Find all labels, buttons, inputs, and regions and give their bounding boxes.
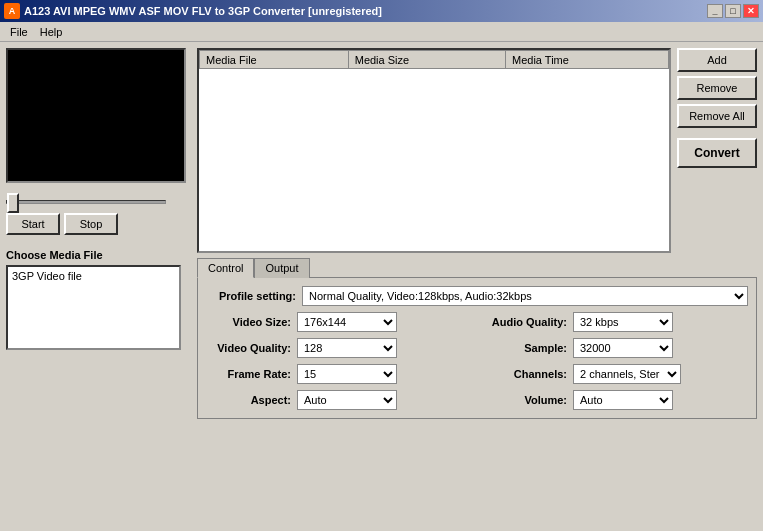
choose-media-label: Choose Media File [6,249,191,261]
bottom-section: Control Output Profile setting: Normal Q… [197,257,757,525]
tab-content: Profile setting: Normal Quality, Video:1… [197,277,757,419]
aspect-row: Aspect: Auto 4:3 16:9 [206,390,472,410]
sample-label: Sample: [482,342,567,354]
settings-grid: Video Size: 176x144 352x288 320x240 Audi… [206,312,748,410]
frame-rate-select[interactable]: 15 24 25 30 [297,364,397,384]
file-table: Media File Media Size Media Time [199,50,669,69]
remove-button[interactable]: Remove [677,76,757,100]
menu-help[interactable]: Help [34,24,69,40]
sample-row: Sample: 32000 44100 48000 [482,338,748,358]
minimize-button[interactable]: _ [707,4,723,18]
channels-label: Channels: [482,368,567,380]
left-panel: Start Stop Choose Media File 3GP Video f… [6,48,191,525]
video-quality-select[interactable]: 128 256 512 [297,338,397,358]
start-button[interactable]: Start [6,213,60,235]
progress-thumb[interactable] [7,193,19,213]
audio-quality-row: Audio Quality: 32 kbps 64 kbps 128 kbps [482,312,748,332]
add-button[interactable]: Add [677,48,757,72]
aspect-label: Aspect: [206,394,291,406]
frame-rate-label: Frame Rate: [206,368,291,380]
volume-select[interactable]: Auto 50% 100% 200% [573,390,673,410]
profile-row: Profile setting: Normal Quality, Video:1… [206,286,748,306]
video-size-label: Video Size: [206,316,291,328]
profile-select[interactable]: Normal Quality, Video:128kbps, Audio:32k… [302,286,748,306]
channels-row: Channels: 1 channel, Mono 2 channels, St… [482,364,748,384]
title-bar-text: A123 AVI MPEG WMV ASF MOV FLV to 3GP Con… [24,5,707,17]
media-list[interactable]: 3GP Video file [6,265,181,350]
video-size-select[interactable]: 176x144 352x288 320x240 [297,312,397,332]
convert-button[interactable]: Convert [677,138,757,168]
main-content: Start Stop Choose Media File 3GP Video f… [0,42,763,531]
action-buttons: Add Remove Remove All Convert [677,48,757,253]
maximize-button[interactable]: □ [725,4,741,18]
title-bar-controls: _ □ ✕ [707,4,759,18]
sample-select[interactable]: 32000 44100 48000 [573,338,673,358]
col-media-size: Media Size [348,51,505,69]
audio-quality-label: Audio Quality: [482,316,567,328]
col-media-time: Media Time [506,51,669,69]
col-media-file: Media File [200,51,349,69]
menu-file[interactable]: File [4,24,34,40]
channels-select[interactable]: 1 channel, Mono 2 channels, Ster [573,364,681,384]
progress-slider-container [6,195,166,199]
volume-row: Volume: Auto 50% 100% 200% [482,390,748,410]
file-table-container: Media File Media Size Media Time [197,48,671,253]
tab-control[interactable]: Control [197,258,254,278]
tabs-header: Control Output [197,257,757,277]
tab-output[interactable]: Output [254,258,309,278]
profile-label: Profile setting: [206,290,296,302]
remove-all-button[interactable]: Remove All [677,104,757,128]
media-list-item[interactable]: 3GP Video file [10,269,177,283]
progress-area [6,187,191,207]
frame-rate-row: Frame Rate: 15 24 25 30 [206,364,472,384]
title-bar: A A123 AVI MPEG WMV ASF MOV FLV to 3GP C… [0,0,763,22]
video-quality-row: Video Quality: 128 256 512 [206,338,472,358]
aspect-select[interactable]: Auto 4:3 16:9 [297,390,397,410]
audio-quality-select[interactable]: 32 kbps 64 kbps 128 kbps [573,312,673,332]
app-icon: A [4,3,20,19]
menu-bar: File Help [0,22,763,42]
stop-button[interactable]: Stop [64,213,118,235]
progress-track [6,200,166,204]
top-section: Media File Media Size Media Time Add Rem… [197,48,757,253]
video-quality-label: Video Quality: [206,342,291,354]
close-button[interactable]: ✕ [743,4,759,18]
right-panel: Media File Media Size Media Time Add Rem… [197,48,757,525]
volume-label: Volume: [482,394,567,406]
video-preview [6,48,186,183]
video-size-row: Video Size: 176x144 352x288 320x240 [206,312,472,332]
control-buttons: Start Stop [6,213,191,235]
